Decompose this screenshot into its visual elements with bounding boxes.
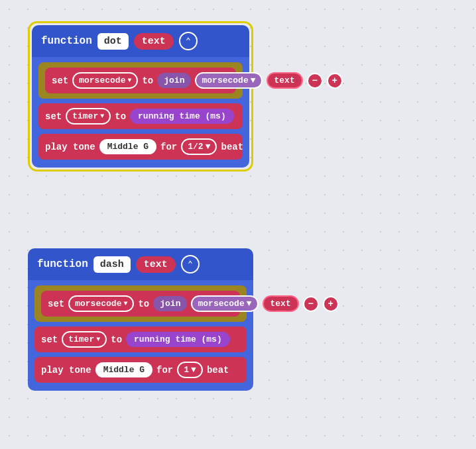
morsecode-var-dropdown-1[interactable]: morsecode ▼	[72, 72, 138, 89]
text-badge-2: text	[263, 295, 299, 312]
beat-label-1: beat	[221, 142, 243, 152]
for-label-2: for	[156, 365, 173, 375]
text-badge-1: text	[267, 72, 303, 89]
dot-name-badge[interactable]: dot	[97, 33, 129, 50]
plus-button-1[interactable]: +	[327, 73, 343, 89]
dash-function-body: set morsecode ▼ to join morsecode ▼ text…	[28, 280, 253, 391]
play-label-2: play tone	[41, 365, 91, 375]
dot-param-badge[interactable]: text	[134, 33, 174, 50]
plus-button-2[interactable]: +	[323, 296, 339, 312]
dash-name-badge[interactable]: dash	[93, 256, 131, 273]
morsecode-var-dropdown-2[interactable]: morsecode ▼	[68, 295, 134, 312]
play-label-1: play tone	[45, 142, 95, 152]
dot-collapse-button[interactable]: ⌃	[179, 32, 198, 50]
dot-set-morsecode-container: set morsecode ▼ to join morsecode ▼ text…	[38, 62, 243, 99]
to-label-4: to	[111, 334, 122, 345]
dash-function-header: function dash text ⌃	[28, 248, 253, 280]
note-badge-1[interactable]: Middle G	[99, 139, 156, 154]
dash-play-row: play tone Middle G for 1 ▼ beat	[34, 357, 247, 383]
dash-param-badge[interactable]: text	[136, 256, 176, 273]
running-time-badge-2[interactable]: running time (ms)	[126, 332, 230, 347]
dot-function-body: set morsecode ▼ to join morsecode ▼ text…	[32, 57, 249, 168]
dot-function-header: function dot text ⌃	[32, 25, 249, 57]
duration-dropdown-1[interactable]: 1/2 ▼	[181, 138, 217, 155]
dot-play-row: play tone Middle G for 1/2 ▼ beat	[38, 134, 243, 160]
set-label-3: set	[48, 299, 64, 309]
set-label-4: set	[41, 334, 58, 345]
to-label-3: to	[138, 299, 149, 309]
minus-button-2[interactable]: −	[303, 296, 319, 312]
timer-var-dropdown-2[interactable]: timer ▼	[62, 331, 107, 348]
function-label-dot: function	[41, 35, 92, 47]
dash-set-morsecode-container: set morsecode ▼ to join morsecode ▼ text…	[34, 285, 247, 322]
to-label-1: to	[142, 75, 153, 86]
minus-button-1[interactable]: −	[307, 73, 323, 89]
set-label-2: set	[45, 111, 62, 122]
join-morsecode-dropdown-2[interactable]: morsecode ▼	[191, 295, 258, 312]
dot-set-morsecode-row: set morsecode ▼ to join morsecode ▼ text…	[45, 68, 236, 93]
to-label-2: to	[115, 111, 126, 122]
join-morsecode-dropdown-1[interactable]: morsecode ▼	[195, 72, 262, 89]
dash-set-timer-row: set timer ▼ to running time (ms)	[34, 326, 247, 352]
duration-dropdown-2[interactable]: 1 ▼	[177, 362, 203, 378]
join-badge-1: join	[157, 73, 191, 88]
dash-set-morsecode-row: set morsecode ▼ to join morsecode ▼ text…	[41, 291, 240, 317]
for-label-1: for	[160, 142, 177, 152]
beat-label-2: beat	[207, 365, 229, 375]
timer-var-dropdown-1[interactable]: timer ▼	[66, 108, 111, 125]
function-label-dash: function	[37, 258, 88, 270]
dot-set-timer-row: set timer ▼ to running time (ms)	[38, 103, 243, 129]
note-badge-2[interactable]: Middle G	[95, 362, 152, 377]
set-label-1: set	[52, 75, 68, 86]
join-badge-2: join	[153, 296, 187, 311]
dash-collapse-button[interactable]: ⌃	[181, 255, 200, 274]
running-time-badge-1[interactable]: running time (ms)	[130, 109, 234, 124]
